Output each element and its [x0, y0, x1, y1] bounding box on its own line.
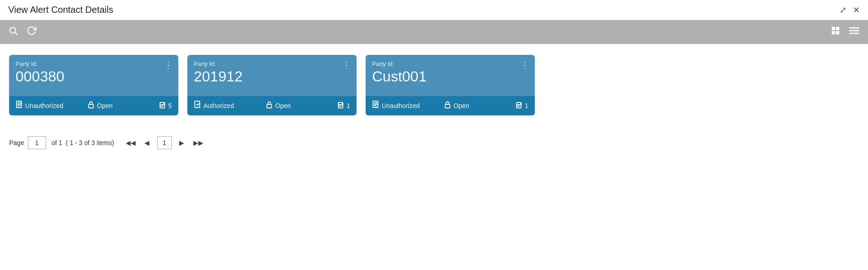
- card-3[interactable]: Party Id: Cust001 ⋮ Unauthorized: [366, 55, 535, 115]
- card-2-header: Party Id: 201912 ⋮: [187, 55, 357, 96]
- svg-rect-3: [836, 27, 839, 30]
- page-of: of 1 ( 1 - 3 of 3 items): [52, 139, 114, 146]
- card-3-lock: Open: [444, 101, 516, 111]
- svg-rect-13: [89, 104, 93, 108]
- card-2-lock-label: Open: [275, 102, 291, 109]
- card-1-footer: Unauthorized Open: [9, 96, 178, 115]
- card-3-menu-icon[interactable]: ⋮: [520, 60, 529, 70]
- card-3-document-icon: [372, 101, 379, 111]
- card-2-footer: Authorized Open: [187, 96, 357, 115]
- card-1-edit-count: 5: [159, 102, 172, 110]
- page-title: View Alert Contact Details: [8, 5, 113, 15]
- card-3-party-id: Cust001: [372, 68, 528, 85]
- toolbar-right: [831, 26, 860, 38]
- card-3-edit-icon: [516, 102, 523, 110]
- prev-page-button[interactable]: ◀: [141, 136, 154, 149]
- card-2-lock: Open: [266, 101, 337, 111]
- card-1-edit-icon: [159, 102, 166, 110]
- card-3-edit-count: 1: [516, 102, 528, 110]
- card-1-lock-label: Open: [97, 102, 112, 109]
- card-1-menu-icon[interactable]: ⋮: [164, 60, 173, 70]
- card-2-party-label: Party Id:: [194, 60, 350, 67]
- next-page-button[interactable]: ▶: [176, 136, 188, 149]
- card-1-header: Party Id: 000380 ⋮: [9, 55, 178, 96]
- card-1-lock-icon: [87, 101, 95, 111]
- toolbar-left: [8, 26, 37, 38]
- card-1-status: Unauthorized: [16, 101, 87, 111]
- svg-line-1: [15, 32, 17, 35]
- card-2-menu-icon[interactable]: ⋮: [342, 60, 351, 70]
- card-1-status-label: Unauthorized: [25, 102, 63, 109]
- card-2-document-icon: [194, 101, 201, 111]
- cards-area: Party Id: 000380 ⋮ Unauthorized: [0, 44, 868, 123]
- expand-icon[interactable]: ⤢: [840, 5, 847, 15]
- page-label: Page: [9, 139, 24, 146]
- card-1-party-label: Party Id:: [16, 60, 172, 67]
- card-3-count: 1: [525, 102, 528, 109]
- card-3-lock-icon: [444, 101, 451, 111]
- svg-rect-2: [832, 27, 835, 30]
- card-1-party-id: 000380: [16, 68, 172, 85]
- svg-rect-17: [195, 101, 200, 108]
- card-1[interactable]: Party Id: 000380 ⋮ Unauthorized: [9, 55, 178, 115]
- pagination-area: Page of 1 ( 1 - 3 of 3 items) ◀◀ ◀ 1 ▶ ▶…: [0, 123, 868, 158]
- toolbar: [0, 20, 868, 44]
- grid-view-icon[interactable]: [831, 26, 841, 38]
- card-2-party-id: 201912: [194, 68, 350, 85]
- card-1-document-icon: [16, 101, 23, 111]
- last-page-button[interactable]: ▶▶: [192, 136, 205, 149]
- card-2-status-label: Authorized: [203, 102, 234, 109]
- svg-rect-4: [832, 31, 835, 34]
- card-3-lock-label: Open: [453, 102, 469, 109]
- svg-rect-5: [836, 31, 839, 34]
- card-1-count: 5: [168, 102, 172, 109]
- svg-rect-26: [445, 104, 450, 108]
- refresh-icon[interactable]: [27, 26, 37, 38]
- card-1-lock: Open: [87, 101, 159, 111]
- card-2[interactable]: Party Id: 201912 ⋮ Authorized: [187, 55, 357, 115]
- page-input[interactable]: [28, 136, 46, 149]
- card-2-count: 1: [346, 102, 350, 109]
- card-2-status: Authorized: [194, 101, 266, 111]
- first-page-button[interactable]: ◀◀: [124, 136, 137, 149]
- search-icon[interactable]: [8, 26, 18, 38]
- card-2-edit-icon: [337, 102, 345, 110]
- title-bar: View Alert Contact Details ⤢ ✕: [0, 0, 868, 20]
- hamburger-menu-icon[interactable]: [849, 26, 860, 38]
- card-3-footer: Unauthorized Open: [366, 96, 535, 115]
- card-3-status: Unauthorized: [372, 101, 444, 111]
- svg-rect-18: [267, 104, 272, 108]
- title-bar-actions: ⤢ ✕: [840, 5, 860, 15]
- close-icon[interactable]: ✕: [853, 5, 860, 15]
- card-2-edit-count: 1: [337, 102, 350, 110]
- card-3-header: Party Id: Cust001 ⋮: [366, 55, 535, 96]
- card-3-party-label: Party Id:: [372, 60, 528, 67]
- current-page-display: 1: [157, 136, 172, 149]
- card-3-status-label: Unauthorized: [382, 102, 420, 109]
- card-2-lock-icon: [266, 101, 273, 111]
